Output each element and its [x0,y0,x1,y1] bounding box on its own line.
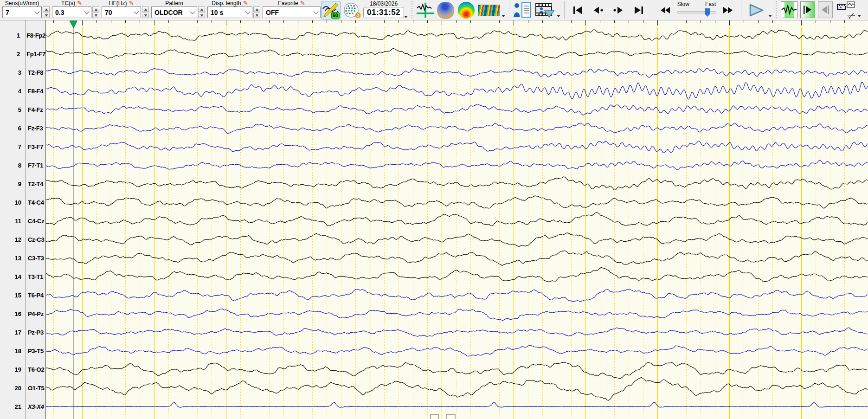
fast-forward-button[interactable] [718,1,738,19]
rewind-button[interactable] [656,1,675,19]
pattern-label: Pattern [165,0,183,6]
channel-label-row[interactable]: 19T6-O2 [0,366,45,373]
favorite-edit-icon[interactable]: ✎ [300,1,305,6]
chevron-down-icon [84,9,89,14]
separator [776,1,777,19]
channel-name: T6-O2 [28,366,44,373]
disp-length-spin-down[interactable] [253,13,260,18]
channel-name: F8-Fp2 [26,32,45,39]
favorite-dropdown[interactable]: OFF [263,6,321,18]
slider-fast-label: Fast [705,1,716,8]
video-review-button[interactable] [533,1,556,19]
topography-map-button[interactable] [457,1,476,19]
channel-label-row[interactable]: 20O1-T5 [0,384,45,392]
patient-info-button[interactable] [513,1,532,19]
separator [411,1,412,19]
disp-length-edit-icon[interactable]: ✎ [243,1,248,6]
disp-length-control: Disp. length✎10 s [207,0,252,18]
channel-number: 4 [0,88,21,95]
tc-spin-down[interactable] [92,13,99,18]
pattern-dropdown[interactable]: OLDCOR [151,6,197,18]
datetime-dropdown-arrow[interactable] [404,16,408,18]
channel-label-row[interactable]: 1F8-Fp2 [0,32,45,39]
chevron-down-icon [313,9,318,14]
skip-to-end-button[interactable] [629,1,649,19]
play-segment-button[interactable] [800,1,815,18]
play-button[interactable] [745,1,768,19]
hf-edit-icon[interactable]: ✎ [129,1,134,6]
channel-name: C3-T3 [28,255,44,262]
channel-label-row[interactable]: 13C3-T3 [0,254,45,262]
dsa-spectrogram-button[interactable] [477,1,501,19]
filter-controls: Sens(uV/mm)7TC(s)✎0.3HF(Hz)✎70PatternOLD… [0,0,321,18]
channel-name: T2-F8 [28,69,43,76]
skip-to-start-button[interactable] [568,1,587,19]
chevron-down-icon [34,9,39,14]
channel-label-row[interactable]: 14T3-T1 [0,273,45,280]
pattern-spin-down[interactable] [198,13,205,18]
channel-label-row[interactable]: 16P4-Pz [0,310,45,317]
sens-dropdown[interactable]: 7 [2,6,42,18]
channel-label-row[interactable]: 17Pz-P3 [0,329,45,336]
tc-value: 0.3 [55,9,64,16]
slider-slow-label: Slow [677,1,689,8]
video-dropdown-arrow[interactable] [557,15,560,17]
channel-name: C4-Cz [28,218,44,225]
channel-label-row[interactable]: 4F8-F4 [0,87,45,95]
channel-label-row[interactable]: 9T2-T4 [0,180,45,187]
channel-name: Cz-C3 [28,236,44,243]
channel-label-row[interactable]: 7F3-F7 [0,143,45,150]
notch-filter-50hz-button[interactable]: 50 [321,1,341,19]
dsa-dropdown-arrow[interactable] [502,15,505,17]
channel-number: 9 [0,180,21,187]
disp-length-spin-up[interactable] [253,6,260,12]
channel-label-row[interactable]: 10T4-C4 [0,199,45,206]
channel-label-row[interactable]: 21X3-X4 [0,403,45,410]
tc-control: TC(s)✎0.3 [52,0,91,18]
tc-edit-icon[interactable]: ✎ [77,1,82,6]
channel-label-row[interactable]: 11C4-Cz [0,217,45,225]
channel-label-row[interactable]: 6Fz-F3 [0,124,45,132]
channel-label-row[interactable]: 5F4-Fz [0,106,45,113]
channel-label-row[interactable]: 15T6-P4 [0,291,45,299]
clip-dropdown-arrow[interactable] [857,15,861,17]
3d-brain-map-button[interactable] [436,1,456,19]
slider-thumb[interactable] [705,8,710,17]
previous-event-button[interactable] [588,1,608,19]
skip-to-start-icon [572,5,584,16]
pattern-spin-up[interactable] [198,6,205,12]
disp-length-label: Disp. length [212,0,241,6]
eeg-waveform-canvas[interactable] [46,20,868,419]
sens-spin-down[interactable] [43,13,50,18]
montage-map-settings-button[interactable]: ⚙ [341,1,361,19]
previous-event-icon [592,5,604,16]
channel-name: F3-F7 [28,143,43,150]
tc-label: TC(s) [61,0,75,6]
play-dropdown-arrow[interactable] [768,15,772,17]
tc-spin-up[interactable] [92,6,99,12]
next-event-button[interactable] [609,1,628,19]
waveform-crosshair-button[interactable] [416,1,435,19]
slider-track[interactable] [676,8,717,17]
hf-control: HF(Hz)✎70 [102,0,141,18]
rewind-icon [658,5,672,16]
next-event-icon [612,5,624,16]
hf-spin-up[interactable] [142,6,149,12]
chevron-down-icon [245,9,250,14]
channel-number: 14 [0,273,21,280]
pattern-control: PatternOLDCOR [151,0,197,18]
channel-label-row[interactable]: 8F7-T1 [0,161,45,169]
waveform-segment-button[interactable] [781,1,797,18]
hf-dropdown[interactable]: 70 [102,6,141,18]
channel-name: F4-Fz [28,106,43,113]
channel-number: 19 [0,366,21,373]
channel-label-row[interactable]: 2Fp1-F7 [0,50,45,58]
hf-spin-down[interactable] [142,13,149,18]
sens-spin-up[interactable] [43,6,50,12]
video-clip-cut-button[interactable]: ✂ [835,1,857,19]
tc-dropdown[interactable]: 0.3 [52,6,91,18]
channel-label-row[interactable]: 12Cz-C3 [0,236,45,243]
channel-label-row[interactable]: 18P3-T5 [0,347,45,355]
channel-label-row[interactable]: 3T2-F8 [0,69,45,76]
disp-length-dropdown[interactable]: 10 s [207,6,252,18]
